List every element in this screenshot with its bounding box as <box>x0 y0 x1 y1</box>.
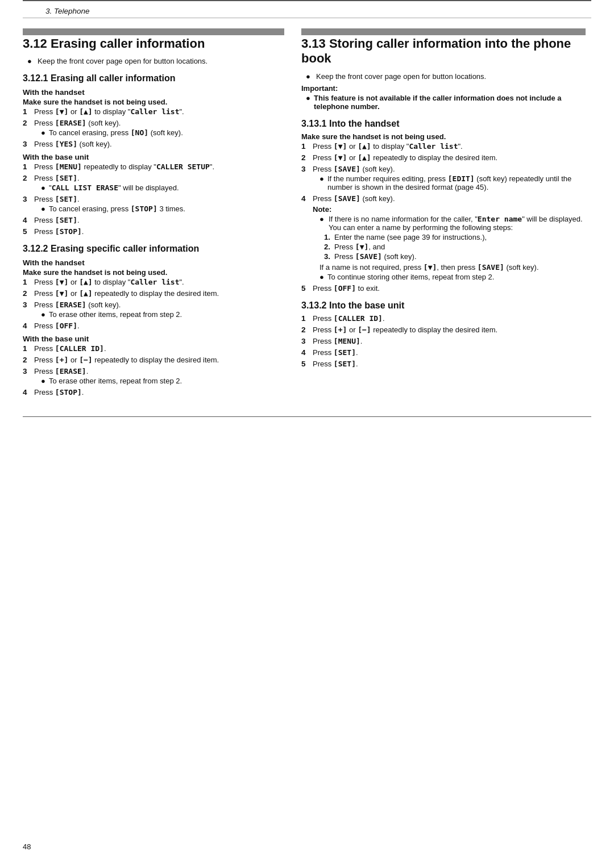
step-3122-1: 1 Press [▼] or [▲] to display "Caller li… <box>23 278 284 286</box>
step-3121-b4: 4 Press [SET]. <box>23 216 284 224</box>
section-312-intro: ● Keep the front cover page open for but… <box>27 57 284 65</box>
handset-instruction-2: Make sure the handset is not being used. <box>23 268 284 277</box>
important-text: This feature is not available if the cal… <box>314 94 586 111</box>
steps-3131: 1 Press [▼] or [▲] to display "Caller li… <box>301 142 586 293</box>
sub-bullet-3122-b3: ● To erase other items, repeat from step… <box>41 377 284 385</box>
steps-3122-handset: 1 Press [▼] or [▲] to display "Caller li… <box>23 278 284 330</box>
subsection-3121-title: 3.12.1 Erasing all caller information <box>23 73 284 84</box>
section-313-title: 3.13 Storing caller information into the… <box>301 36 586 66</box>
right-title-bar <box>301 28 586 35</box>
section-312-title: 3.12 Erasing caller information <box>23 36 284 51</box>
bullet-icon-r: ● <box>306 72 314 81</box>
step-3132-4: 4 Press [SET]. <box>301 348 586 357</box>
left-title-bar <box>23 28 284 35</box>
top-rule <box>23 0 591 7</box>
step-3131-3: 3 Press [SAVE] (soft key). ● If the numb… <box>301 165 586 191</box>
page: 3. Telephone 3.12 Erasing caller informa… <box>0 0 614 868</box>
sub-bullet-3131-3: ● If the number requires editing, press … <box>320 174 586 191</box>
step-3121-b3: 3 Press [SET]. ● To cancel erasing, pres… <box>23 195 284 213</box>
step-3121-b5: 5 Press [STOP]. <box>23 227 284 236</box>
subsection-3132-title: 3.13.2 Into the base unit <box>301 301 586 311</box>
note-bullet-1: ● If there is no name information for th… <box>320 215 586 232</box>
step-3131-2: 2 Press [▼] or [▲] repeatedly to display… <box>301 153 586 162</box>
sub-bullet-3121-b2: ● "CALL LIST ERASE" will be displayed. <box>41 183 284 192</box>
steps-3121-base: 1 Press [MENU] repeatedly to display "CA… <box>23 162 284 236</box>
step-3132-1: 1 Press [CALLER ID]. <box>301 314 586 323</box>
step-3132-5: 5 Press [SET]. <box>301 360 586 368</box>
steps-3132: 1 Press [CALLER ID]. 2 Press [+] or [−] … <box>301 314 586 368</box>
step-3121-b1: 1 Press [MENU] repeatedly to display "CA… <box>23 162 284 171</box>
handset-instruction-3131: Make sure the handset is not being used. <box>301 132 586 141</box>
note-no-name: If a name is not required, press [▼], th… <box>320 263 586 272</box>
subsection-3122-title: 3.12.2 Erasing specific caller informati… <box>23 244 284 254</box>
note-sub-step-3: 3. Press [SAVE] (soft key). <box>324 252 586 261</box>
sub-bullet-3121-b3: ● To cancel erasing, press [STOP] 3 time… <box>41 205 284 213</box>
step-3122-2: 2 Press [▼] or [▲] repeatedly to display… <box>23 289 284 298</box>
with-base-label-1: With the base unit <box>23 153 284 161</box>
with-handset-label-2: With the handset <box>23 258 284 267</box>
chapter-label: 3. Telephone <box>45 7 90 19</box>
sub-bullet-3122-3: ● To erase other items, repeat from step… <box>41 310 284 319</box>
step-3122-b2: 2 Press [+] or [−] repeatedly to display… <box>23 356 284 364</box>
continue-bullet: ● To continue storing other items, repea… <box>320 273 586 281</box>
note-label: Note: <box>313 205 586 214</box>
steps-3121-handset: 1 Press [▼] or [▲] to display "Caller li… <box>23 107 284 148</box>
step-3132-3: 3 Press [MENU]. <box>301 337 586 345</box>
important-label: Important: <box>301 84 586 93</box>
bullet-icon: ● <box>27 57 35 65</box>
section-313-intro: ● Keep the front cover page open for but… <box>306 72 586 81</box>
page-number: 48 <box>23 842 31 851</box>
section-313-intro-text: Keep the front cover page open for butto… <box>316 72 486 81</box>
bottom-rule <box>23 416 591 417</box>
steps-3122-base: 1 Press [CALLER ID]. 2 Press [+] or [−] … <box>23 344 284 397</box>
step-3132-2: 2 Press [+] or [−] repeatedly to display… <box>301 326 586 334</box>
step-3121-1: 1 Press [▼] or [▲] to display "Caller li… <box>23 107 284 116</box>
handset-instruction-1: Make sure the handset is not being used. <box>23 98 284 106</box>
note-sub-step-2: 2. Press [▼], and <box>324 243 586 251</box>
step-3122-4: 4 Press [OFF]. <box>23 322 284 330</box>
important-bullet: ● This feature is not available if the c… <box>306 94 586 111</box>
step-3121-2: 2 Press [ERASE] (soft key). ● To cancel … <box>23 119 284 137</box>
step-3131-5: 5 Press [OFF] to exit. <box>301 284 586 293</box>
step-3122-b1: 1 Press [CALLER ID]. <box>23 344 284 353</box>
with-handset-label-1: With the handset <box>23 88 284 97</box>
step-3131-1: 1 Press [▼] or [▲] to display "Caller li… <box>301 142 586 151</box>
step-3122-3: 3 Press [ERASE] (soft key). ● To erase o… <box>23 301 284 319</box>
left-column: 3.12 Erasing caller information ● Keep t… <box>23 28 284 399</box>
step-3122-b3: 3 Press [ERASE]. ● To erase other items,… <box>23 367 284 385</box>
note-sub-step-1: 1. Enter the name (see page 39 for instr… <box>324 233 586 241</box>
sub-bullet-3121-2: ● To cancel erasing, press [NO] (soft ke… <box>41 128 284 137</box>
main-columns: 3.12 Erasing caller information ● Keep t… <box>23 28 591 399</box>
subsection-3131-title: 3.13.1 Into the handset <box>301 119 586 129</box>
step-3121-b2: 2 Press [SET]. ● "CALL LIST ERASE" will … <box>23 174 284 192</box>
section-312-intro-text: Keep the front cover page open for butto… <box>38 57 208 65</box>
step-3121-3: 3 Press [YES] (soft key). <box>23 140 284 148</box>
step-3131-4: 4 Press [SAVE] (soft key). Note: ● If th… <box>301 194 586 281</box>
with-base-label-2: With the base unit <box>23 335 284 343</box>
step-3122-b4: 4 Press [STOP]. <box>23 388 284 397</box>
section-header: 3. Telephone <box>23 7 591 18</box>
right-column: 3.13 Storing caller information into the… <box>301 28 586 399</box>
